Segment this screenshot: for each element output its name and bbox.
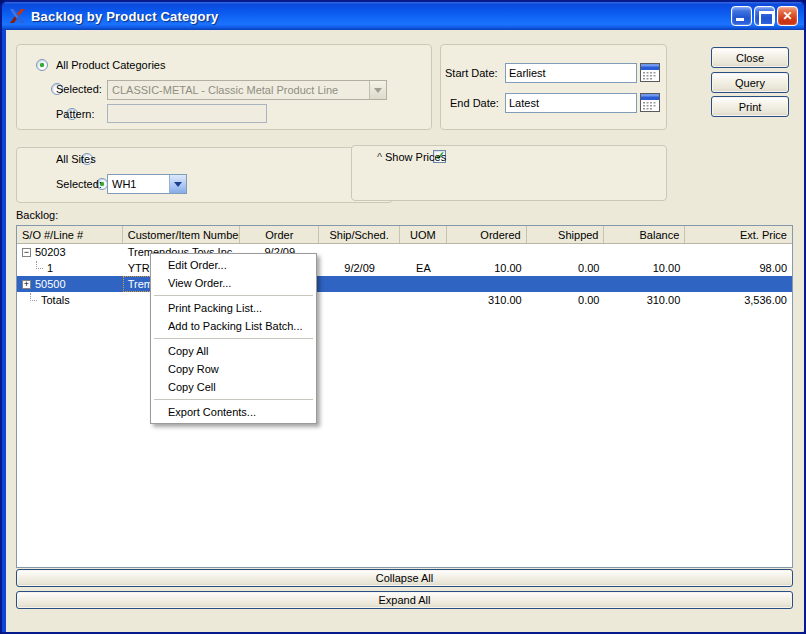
column-header-shipped[interactable]: Shipped (527, 226, 605, 243)
show-prices-label: Show Prices (385, 151, 446, 163)
show-prices-caret: ^ (377, 151, 382, 163)
column-header-ship-sched[interactable]: Ship/Sched. (319, 226, 400, 243)
start-date-calendar-icon[interactable] (640, 63, 660, 84)
menu-item-copy-row[interactable]: Copy Row (151, 360, 316, 378)
menu-item-export-contents[interactable]: Export Contents... (151, 403, 316, 421)
site-combo[interactable]: WH1 (107, 174, 187, 194)
uom-value: EA (400, 260, 447, 276)
menu-item-edit-order[interactable]: Edit Order... (151, 256, 316, 274)
menu-item-view-order[interactable]: View Order... (151, 274, 316, 292)
all-sites-label: All Sites (56, 153, 96, 165)
start-date-label: Start Date: (445, 67, 498, 79)
ship-date: 9/2/09 (319, 260, 400, 276)
menu-separator (154, 399, 313, 400)
category-pattern-label: Pattern: (56, 108, 95, 120)
site-combo-value: WH1 (108, 178, 169, 190)
table-row[interactable]: −50203 Tremendous Toys Inc 9/2/09 (17, 244, 792, 260)
expand-row-icon[interactable]: + (22, 280, 31, 289)
menu-separator (154, 295, 313, 296)
close-button-label: Close (736, 52, 764, 64)
backlog-grid[interactable]: S/O #/Line # Customer/Item Number Order … (16, 225, 793, 568)
end-date-calendar-icon[interactable] (640, 93, 660, 114)
column-header-order[interactable]: Order (240, 226, 319, 243)
query-button[interactable]: Query (711, 72, 789, 93)
app-logo-icon (9, 8, 26, 24)
print-button[interactable]: Print (711, 96, 789, 117)
menu-separator (154, 338, 313, 339)
start-date-input[interactable] (505, 63, 637, 83)
menu-item-copy-cell[interactable]: Copy Cell (151, 378, 316, 396)
total-ext-price: 3,536.00 (685, 292, 792, 308)
line-number: 1 (47, 262, 53, 274)
menu-item-copy-all[interactable]: Copy All (151, 342, 316, 360)
balance-value: 10.00 (604, 260, 685, 276)
collapse-row-icon[interactable]: − (22, 248, 31, 257)
category-combo[interactable]: CLASSIC-METAL - Classic Metal Product Li… (107, 80, 387, 100)
backlog-label: Backlog: (16, 209, 58, 221)
all-product-categories-radio[interactable] (36, 59, 48, 71)
column-header-customer-item[interactable]: Customer/Item Number (123, 226, 241, 243)
query-button-label: Query (735, 77, 765, 89)
category-combo-arrow-icon[interactable] (369, 81, 386, 99)
column-header-uom[interactable]: UOM (400, 226, 447, 243)
window-title: Backlog by Product Category (31, 9, 218, 24)
end-date-input[interactable] (505, 93, 637, 113)
category-combo-value: CLASSIC-METAL - Classic Metal Product Li… (108, 84, 369, 96)
context-menu: Edit Order... View Order... Print Packin… (150, 253, 317, 424)
minimize-button[interactable] (731, 6, 752, 26)
print-button-label: Print (739, 101, 762, 113)
totals-row[interactable]: Totals 310.00 0.00 310.00 3,536.00 (17, 292, 792, 308)
dialog-window: Backlog by Product Category All Product … (0, 0, 806, 634)
column-header-balance[interactable]: Balance (604, 226, 685, 243)
tree-branch-icon (30, 293, 37, 301)
ext-price-value: 98.00 (685, 260, 792, 276)
total-shipped: 0.00 (527, 292, 605, 308)
so-number: 50203 (35, 246, 66, 258)
sites-selected-label: Selected: (56, 178, 102, 190)
column-header-so-line[interactable]: S/O #/Line # (17, 226, 123, 243)
table-row-selected[interactable]: +50500 Trem (17, 276, 792, 292)
expand-all-button[interactable]: Expand All (16, 591, 793, 609)
totals-label: Totals (41, 294, 70, 306)
ordered-value: 10.00 (447, 260, 527, 276)
shipped-value: 0.00 (527, 260, 605, 276)
maximize-button[interactable] (754, 6, 775, 26)
all-product-categories-label: All Product Categories (56, 59, 165, 71)
column-header-ordered[interactable]: Ordered (447, 226, 527, 243)
expand-all-label: Expand All (379, 594, 431, 606)
end-date-label: End Date: (450, 97, 499, 109)
menu-item-print-packing-list[interactable]: Print Packing List... (151, 299, 316, 317)
dialog-client-area: All Product Categories Selected: CLASSIC… (6, 30, 804, 632)
titlebar[interactable]: Backlog by Product Category (2, 2, 804, 30)
collapse-all-button[interactable]: Collapse All (16, 569, 793, 587)
grid-header-row[interactable]: S/O #/Line # Customer/Item Number Order … (17, 226, 792, 244)
collapse-all-label: Collapse All (376, 572, 433, 584)
menu-item-add-to-packing-list-batch[interactable]: Add to Packing List Batch... (151, 317, 316, 335)
close-window-button[interactable] (777, 6, 798, 26)
close-button[interactable]: Close (711, 47, 789, 68)
category-selected-label: Selected: (56, 83, 102, 95)
date-range-group (440, 44, 667, 130)
column-header-ext-price[interactable]: Ext. Price (685, 226, 792, 243)
tree-branch-icon (36, 261, 43, 269)
site-combo-arrow-icon[interactable] (169, 175, 186, 193)
total-balance: 310.00 (604, 292, 685, 308)
total-ordered: 310.00 (447, 292, 527, 308)
so-number: 50500 (35, 278, 66, 290)
pattern-input[interactable] (107, 104, 267, 123)
table-row[interactable]: 1 YTRU 9/2/09 EA 10.00 0.00 10.00 98.00 (17, 260, 792, 276)
